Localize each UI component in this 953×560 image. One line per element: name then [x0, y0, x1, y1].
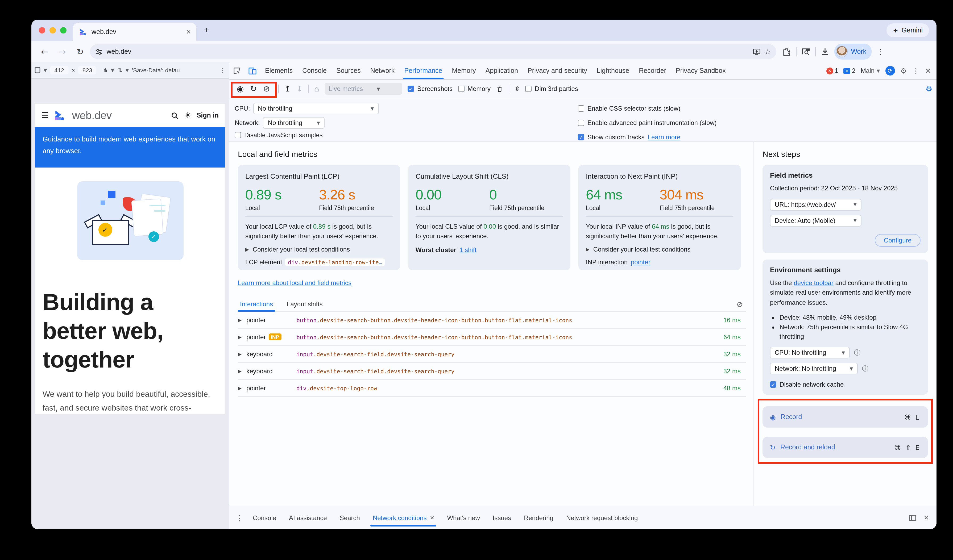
upload-profile-icon[interactable]: ↥	[284, 84, 291, 94]
theme-toggle-icon[interactable]: ☀	[184, 111, 191, 120]
zoom-caret-icon[interactable]: ▼	[111, 68, 114, 73]
tab-close-icon[interactable]: ✕	[186, 28, 191, 36]
row-expand-icon[interactable]: ▶	[238, 368, 243, 374]
minimize-window-button[interactable]	[50, 27, 56, 34]
history-select[interactable]: Live metrics▼	[324, 83, 402, 95]
device-type-icon[interactable]	[34, 67, 40, 73]
drawer-tab-close-icon[interactable]: ✕	[430, 515, 435, 521]
screencast-toggle-icon[interactable]: ⟳	[885, 66, 895, 76]
cpu-throttling-select[interactable]: No throttling▼	[253, 103, 379, 114]
drawer-tab-issues[interactable]: Issues	[486, 506, 517, 529]
clear-icon[interactable]: ⊘	[263, 84, 270, 94]
site-search-icon[interactable]	[171, 111, 179, 119]
drawer-close-icon[interactable]: ✕	[924, 514, 929, 521]
devtools-tab-lighthouse[interactable]: Lighthouse	[592, 62, 634, 79]
field-device-select[interactable]: Device: Auto (Mobile)▼	[770, 215, 861, 226]
profile-chip[interactable]: Work	[834, 43, 872, 60]
maximize-window-button[interactable]	[60, 27, 67, 34]
downloads-icon[interactable]	[821, 48, 829, 56]
css-selector-stats-checkbox[interactable]: Enable CSS selector stats (slow)	[578, 101, 717, 115]
context-selector[interactable]: Main▼	[861, 67, 880, 74]
row-expand-icon[interactable]: ▶	[238, 351, 243, 357]
drawer-menu-icon[interactable]: ⋮	[233, 514, 246, 522]
devtools-tab-elements[interactable]: Elements	[260, 62, 298, 79]
viewport-width-input[interactable]: 412	[50, 66, 68, 74]
interactions-tab[interactable]: Interactions	[238, 297, 275, 311]
interaction-row[interactable]: ▶ keyboard input.devsite-search-field.de…	[238, 346, 746, 363]
drawer-tab-rendering[interactable]: Rendering	[517, 506, 560, 529]
record-button[interactable]: ◉ Record ⌘ E	[762, 407, 928, 428]
devtools-tab-network[interactable]: Network	[366, 62, 400, 79]
dim-3rd-parties-checkbox[interactable]: Dim 3rd parties	[525, 85, 578, 93]
close-window-button[interactable]	[39, 27, 45, 34]
search-tabs-icon[interactable]	[802, 48, 810, 55]
env-cpu-select[interactable]: CPU: No throttling▼	[770, 347, 850, 359]
disable-js-samples-checkbox[interactable]: Disable JavaScript samples	[235, 131, 323, 139]
network-info-icon[interactable]: ⓘ	[862, 364, 868, 373]
devtools-tab-memory[interactable]: Memory	[447, 62, 481, 79]
forward-button[interactable]: →	[54, 46, 70, 57]
worst-cluster-link[interactable]: 1 shift	[459, 246, 476, 254]
paint-instrumentation-checkbox[interactable]: Enable advanced paint instrumentation (s…	[578, 115, 717, 130]
toggle-sidebar-icon[interactable]	[909, 515, 916, 521]
inp-test-conditions-expander[interactable]: ▶ Consider your local test conditions	[586, 246, 733, 253]
device-toolbar-toggle-icon[interactable]	[245, 62, 260, 79]
configure-button[interactable]: Configure	[875, 234, 920, 246]
record-icon[interactable]: ◉	[237, 84, 244, 94]
layout-shifts-tab[interactable]: Layout shifts	[285, 297, 325, 311]
gemini-button[interactable]: ✦ Gemini	[886, 23, 929, 37]
back-button[interactable]: ←	[37, 46, 53, 57]
row-expand-icon[interactable]: ▶	[238, 317, 243, 323]
drawer-tab-search[interactable]: Search	[334, 506, 366, 529]
reload-button[interactable]: ↻	[72, 46, 88, 57]
browser-menu-icon[interactable]: ⋮	[877, 47, 884, 56]
inspect-element-icon[interactable]	[229, 62, 245, 79]
site-name[interactable]: web.dev	[72, 109, 112, 122]
download-profile-icon[interactable]: ↧	[296, 84, 303, 94]
devtools-menu-icon[interactable]: ⋮	[912, 67, 920, 75]
row-expand-icon[interactable]: ▶	[238, 334, 243, 340]
network-throttling-select[interactable]: No throttling▼	[263, 117, 325, 129]
new-tab-button[interactable]: +	[196, 25, 217, 36]
cpu-info-icon[interactable]: ⓘ	[854, 348, 860, 357]
hamburger-menu-icon[interactable]: ☰	[42, 111, 49, 120]
screenshots-checkbox[interactable]: Screenshots	[408, 85, 453, 93]
memory-checkbox[interactable]: Memory	[458, 85, 490, 93]
disable-network-cache-checkbox[interactable]: Disable network cache	[770, 381, 920, 388]
interaction-row[interactable]: ▶ keyboard input.devsite-search-field.de…	[238, 363, 746, 380]
clear-log-icon[interactable]: ⊘	[737, 300, 746, 308]
devtools-tab-application[interactable]: Application	[481, 62, 523, 79]
lcp-test-conditions-expander[interactable]: ▶ Consider your local test conditions	[245, 246, 393, 253]
field-url-select[interactable]: URL: https://web.dev/▼	[770, 199, 861, 210]
bookmark-star-icon[interactable]: ☆	[764, 47, 771, 56]
device-toolbar-menu-icon[interactable]: ⋮	[220, 67, 226, 74]
devtools-tab-privacy[interactable]: Privacy and security	[523, 62, 592, 79]
record-and-reload-button[interactable]: ↻ Record and reload ⌘ ⇧ E	[762, 437, 928, 458]
row-expand-icon[interactable]: ▶	[238, 385, 243, 391]
install-icon[interactable]	[753, 48, 760, 55]
capture-settings-icon[interactable]: ⚙	[926, 85, 932, 93]
devtools-tab-sources[interactable]: Sources	[332, 62, 366, 79]
collect-garbage-icon[interactable]	[496, 85, 503, 93]
drawer-tab-ai-assistance[interactable]: AI assistance	[282, 506, 334, 529]
sign-in-link[interactable]: Sign in	[197, 112, 219, 119]
devtools-tab-performance[interactable]: Performance	[399, 62, 447, 79]
metrics-learn-more-link[interactable]: Learn more about local and field metrics	[238, 279, 351, 287]
extensions-icon[interactable]	[783, 48, 791, 56]
devtools-tab-recorder[interactable]: Recorder	[634, 62, 671, 79]
home-icon[interactable]: ⌂	[314, 84, 319, 94]
interaction-row[interactable]: ▶ pointerINP button.devsite-search-butto…	[238, 329, 746, 346]
devtools-settings-icon[interactable]: ⚙	[900, 67, 907, 75]
issues-badge[interactable]: ≡ 2	[843, 68, 855, 74]
drawer-tab-whats-new[interactable]: What's new	[441, 506, 486, 529]
devtools-close-icon[interactable]: ✕	[925, 67, 931, 75]
device-type-caret-icon[interactable]: ▼	[43, 68, 47, 73]
custom-tracks-learn-more-link[interactable]: Learn more	[648, 133, 681, 141]
interaction-row[interactable]: ▶ pointer div.devsite-top-logo-row 48 ms	[238, 380, 746, 397]
devtools-tab-console[interactable]: Console	[298, 62, 332, 79]
env-network-select[interactable]: Network: No throttling▼	[770, 363, 858, 375]
throttling-icon[interactable]: ⇅	[117, 67, 122, 74]
browser-tab[interactable]: web.dev ✕	[73, 23, 196, 41]
inp-interaction-link[interactable]: pointer	[631, 258, 650, 266]
collapse-tracks-icon[interactable]: ⇳	[515, 85, 520, 93]
